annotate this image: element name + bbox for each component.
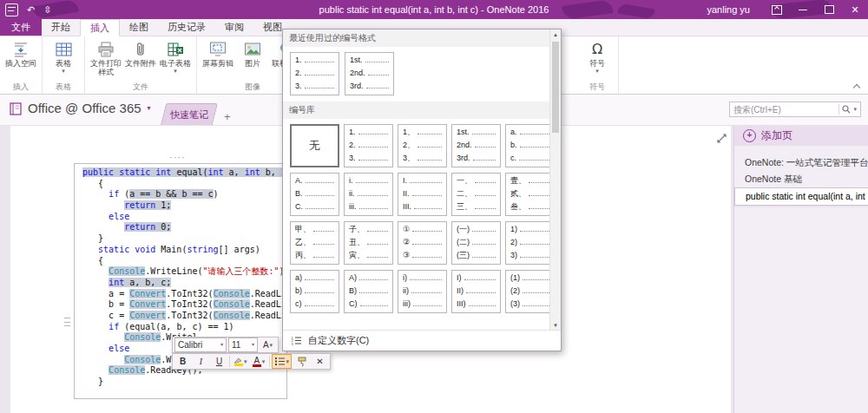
numbering-option[interactable]: a)b)c) (290, 270, 339, 313)
chevron-down-icon: ▾ (595, 68, 599, 74)
undo-icon[interactable]: ↶ (27, 0, 35, 19)
font-color-button[interactable]: A ▾ (251, 355, 267, 369)
signed-in-user[interactable]: yanling yu (707, 4, 750, 15)
numbering-option[interactable]: 子、丑、寅、 (344, 221, 393, 265)
add-page-button[interactable]: + 添加页 (734, 125, 868, 146)
table-icon (56, 39, 72, 59)
numbering-option[interactable]: 壹、贰、叁、 (505, 173, 555, 216)
scrollbar-thumb[interactable] (552, 42, 559, 133)
font-size-combo[interactable]: 11 ▾ (228, 338, 258, 352)
numbering-option[interactable]: A)B)C) (344, 270, 393, 313)
ribbon-tab-5[interactable]: 历史记录 (158, 19, 215, 36)
mini-toolbar-close-button[interactable]: ✕ (312, 355, 328, 369)
font-name-combo[interactable]: Calibri ▾ (174, 338, 227, 352)
search-box[interactable]: ▾ (729, 102, 861, 117)
minimize-button[interactable] (790, 0, 816, 19)
page-tab[interactable]: OneNote: 一站式笔记管理平台 (734, 154, 868, 171)
numbering-option[interactable]: 1st.2nd.3rd. (345, 52, 394, 95)
italic-button[interactable]: I (193, 355, 209, 369)
ribbon-tab-3[interactable]: 插入 (80, 19, 120, 36)
expand-page-tabs-icon[interactable] (717, 131, 727, 147)
symbol-label: 符号 (589, 59, 605, 68)
numbering-option[interactable]: I.II.III. (398, 173, 447, 216)
numbering-button[interactable]: ▾ (272, 354, 293, 369)
screen-clipping-button[interactable]: 屏幕剪辑 (201, 38, 235, 68)
recent-numbering-row: 1.2.3.1st.2nd.3rd. (283, 47, 549, 102)
code-line: public static int equal(int a, int b, in… (82, 167, 286, 179)
ribbon-group-insert: 插入空间 插入 (0, 36, 43, 94)
numbering-option[interactable]: 1、2、3、 (398, 124, 447, 167)
section-tab-quick-notes[interactable]: 快速笔记 (161, 103, 218, 125)
divider (269, 356, 270, 367)
add-page-label: 添加页 (761, 128, 792, 143)
search-input[interactable] (730, 105, 838, 115)
highlight-color-button[interactable]: ▾ (232, 355, 249, 369)
maximize-icon (825, 5, 834, 14)
numbering-option[interactable]: 1.2.3. (344, 124, 393, 167)
code-line: Console.WriteLine("请输入三个整数:"); (82, 266, 286, 278)
spreadsheet-button[interactable]: 电子表格 ▾ (158, 38, 193, 74)
pictures-button[interactable]: 图片 (235, 38, 270, 68)
format-painter-button[interactable] (293, 355, 310, 369)
mini-toolbar-row1: Calibri ▾ 11 ▾ A ▾ (172, 337, 279, 353)
numbering-option[interactable]: A.B.C. (290, 173, 339, 216)
code-line: if (equal(a, b, c) == 1) (82, 322, 286, 333)
numbering-option[interactable]: 1)2)3) (505, 221, 555, 265)
page-tab[interactable]: OneNote 基础 (734, 171, 868, 187)
numbering-option[interactable]: i)ii)iii) (398, 270, 447, 313)
table-button[interactable]: 表格 ▾ (46, 38, 81, 74)
highlighter-icon (233, 357, 243, 364)
ribbon-tab-4[interactable]: 绘图 (120, 19, 158, 36)
code-line: } (82, 377, 286, 388)
custom-numbering-item[interactable]: 123 自定义数字(C) (283, 330, 561, 351)
onenote-app-icon[interactable] (5, 3, 18, 16)
insert-space-button[interactable]: 插入空间 (3, 38, 38, 68)
chevron-down-icon: ▾ (62, 68, 65, 74)
insert-space-label: 插入空间 (5, 59, 36, 68)
maximize-button[interactable] (816, 0, 842, 19)
group-label-insert: 插入 (0, 82, 42, 93)
numbering-option-none[interactable]: 无 (290, 124, 339, 167)
numbering-option[interactable]: 1st.2nd.3rd. (451, 124, 501, 167)
page-tab-selected[interactable]: public static int equal(int a, int (734, 187, 868, 206)
outline-handle[interactable]: ···· (169, 152, 186, 162)
file-attachment-button[interactable]: 文件附件 (123, 38, 158, 68)
numbering-option[interactable]: 1.2.3. (290, 52, 339, 95)
numbering-option[interactable]: 一、二、三、 (451, 173, 501, 216)
ribbon-tab-2[interactable]: 开始 (42, 19, 80, 36)
numbering-option[interactable]: ①②③ (398, 221, 447, 265)
section-tab-label: 快速笔记 (164, 104, 214, 125)
numbering-option[interactable]: (1)(2)(3) (505, 270, 555, 313)
scroll-up-icon[interactable]: ▲ (553, 30, 558, 40)
ribbon-display-options-button[interactable] (764, 0, 790, 19)
code-line: return 1; (82, 200, 286, 212)
ribbon-tab-6[interactable]: 审阅 (215, 19, 253, 36)
search-icon[interactable] (839, 105, 853, 114)
bold-button[interactable]: B (174, 355, 191, 369)
file-printout-button[interactable]: 文件打印样式 (89, 38, 123, 76)
font-styles-button[interactable]: A ▾ (260, 338, 276, 352)
paragraph-grip-icon[interactable] (64, 318, 70, 326)
gallery-scrollbar[interactable]: ▲ ▼ (549, 30, 561, 331)
screen-clipping-label: 屏幕剪辑 (202, 59, 233, 68)
underline-button[interactable]: U (211, 355, 227, 369)
collapse-ribbon-icon[interactable] (853, 83, 859, 89)
new-section-button[interactable]: + (224, 111, 231, 122)
numbering-option[interactable]: 甲、乙、丙、 (290, 221, 339, 265)
touch-mode-icon[interactable]: ⇳ (43, 0, 51, 19)
search-scope-caret-icon[interactable]: ▾ (853, 106, 860, 113)
font-size-value: 11 (232, 340, 248, 350)
notebook-dropdown[interactable]: Office @ Office 365 ▾ (28, 101, 151, 115)
chevron-down-icon: ▾ (252, 342, 254, 348)
numbering-option[interactable]: i.ii.iii. (344, 173, 393, 216)
numbering-option[interactable]: a.b.c. (505, 124, 555, 167)
close-button[interactable]: ✕ (842, 0, 868, 19)
scrollbar-track[interactable] (550, 40, 561, 320)
notebooks-icon[interactable] (9, 102, 23, 120)
mini-toolbar-row2: B I U ▾ A ▾ ▾ ✕ (172, 353, 331, 370)
numbering-option[interactable]: (一)(二)(三) (451, 221, 501, 265)
ribbon-tab-1[interactable]: 文件 (0, 19, 42, 36)
numbering-option[interactable]: I)II)III) (451, 270, 501, 313)
symbol-button[interactable]: Ω 符号 ▾ (580, 38, 615, 74)
ribbon-group-symbols: Ω 符号 ▾ 符号 (576, 36, 619, 94)
